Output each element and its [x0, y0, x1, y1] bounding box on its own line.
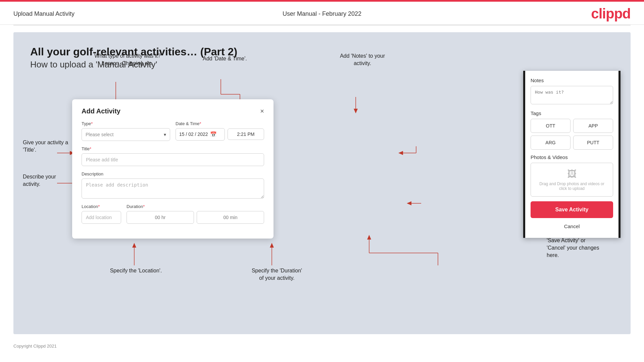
photo-upload-area[interactable]: 🖼 Drag and Drop photos and videos or cli… [531, 163, 613, 197]
copyright: Copyright Clippd 2021 [13, 344, 57, 349]
type-select-wrapper: Please select ▾ [82, 128, 170, 141]
logo: clippd [591, 6, 631, 22]
footer: Copyright Clippd 2021 [0, 341, 644, 351]
svg-marker-17 [270, 243, 274, 248]
type-field-group: Type* Please select ▾ [82, 121, 170, 141]
type-select[interactable] [82, 128, 170, 141]
mobile-panel: Notes Tags OTT APP ARG PUTT Photos & Vid… [523, 71, 621, 238]
tag-app[interactable]: APP [573, 119, 613, 133]
description-label: Description [82, 171, 264, 176]
description-input[interactable] [82, 178, 264, 199]
tags-grid: OTT APP ARG PUTT [531, 119, 613, 150]
duration-label: Duration* [127, 204, 264, 209]
description-callout: Describe your activity. [23, 173, 70, 188]
svg-marker-19 [354, 109, 358, 113]
page-label: Upload Manual Activity [13, 10, 75, 17]
tags-section-label: Tags [531, 110, 613, 116]
location-duration-row: Location* Duration* [82, 204, 264, 224]
top-bar: Upload Manual Activity User Manual - Feb… [0, 2, 644, 25]
datetime-field-group: Date & Time* 15 / 02 / 2022 📅 2:21 PM [176, 121, 264, 141]
duration-field-group: Duration* [127, 204, 264, 224]
notes-callout: Add 'Notes' to your activity. [329, 52, 396, 67]
cancel-link[interactable]: Cancel [531, 221, 613, 231]
datetime-wrapper: 15 / 02 / 2022 📅 2:21 PM [176, 128, 264, 141]
type-datetime-row: Type* Please select ▾ Date & Time* [82, 121, 264, 141]
title-callout: Give your activity a 'Title'. [23, 139, 73, 154]
calendar-icon: 📅 [210, 131, 217, 138]
title-label: Title* [82, 146, 264, 151]
location-field-group: Location* [82, 204, 121, 224]
svg-marker-26 [398, 151, 403, 155]
location-input[interactable] [82, 211, 121, 224]
save-callout: 'Save Activity' or 'Cancel' your changes… [547, 237, 627, 259]
duration-min-input[interactable] [197, 211, 264, 224]
title-input[interactable] [82, 153, 264, 166]
duration-hr-input[interactable] [127, 211, 194, 224]
photo-icon: 🖼 [536, 168, 607, 179]
main-content: All your golf-relevant activities… (Part… [13, 32, 631, 334]
manual-label: User Manual - February 2022 [283, 10, 361, 17]
description-field-group: Description [82, 171, 264, 199]
location-callout: Specify the 'Location'. [99, 267, 173, 274]
duration-row [127, 211, 264, 224]
notes-section-label: Notes [531, 77, 613, 83]
dialog-title: Add Activity [82, 107, 120, 115]
datetime-callout: Add 'Date & Time'. [191, 55, 258, 62]
svg-marker-28 [407, 201, 411, 205]
duration-callout: Specify the 'Duration' of your activity. [237, 267, 317, 282]
photos-section-label: Photos & Videos [531, 154, 613, 160]
tag-arg[interactable]: ARG [531, 136, 571, 150]
close-button[interactable]: × [260, 108, 264, 114]
dialog-header: Add Activity × [82, 107, 264, 115]
svg-marker-23 [367, 235, 371, 240]
type-label: Type* [82, 121, 170, 126]
tag-putt[interactable]: PUTT [573, 136, 613, 150]
title-field-group: Title* [82, 146, 264, 166]
tag-ott[interactable]: OTT [531, 119, 571, 133]
datetime-label: Date & Time* [176, 121, 264, 126]
save-activity-button[interactable]: Save Activity [531, 201, 613, 218]
add-activity-dialog: Add Activity × Type* Please select ▾ [72, 99, 274, 239]
type-callout: What type of activity was it? Lesson, Ch… [89, 52, 166, 67]
svg-marker-14 [132, 243, 136, 248]
notes-input[interactable] [531, 86, 613, 104]
time-input[interactable]: 2:21 PM [228, 128, 264, 140]
date-input[interactable]: 15 / 02 / 2022 📅 [176, 128, 225, 141]
location-label: Location* [82, 204, 121, 209]
